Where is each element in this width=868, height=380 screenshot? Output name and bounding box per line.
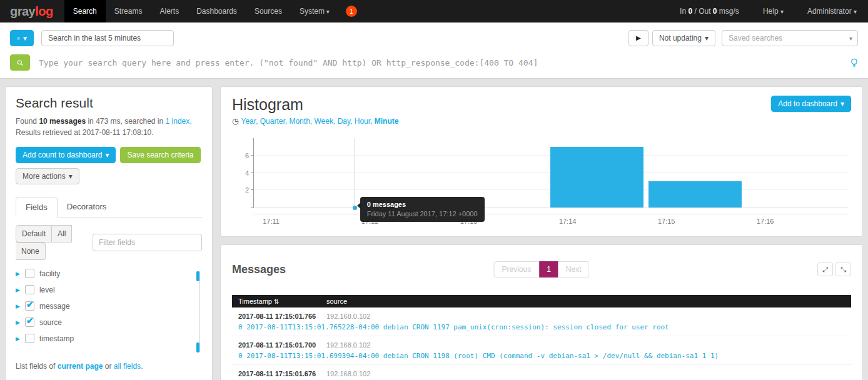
filter-default-button[interactable]: Default (16, 225, 52, 242)
table-row[interactable]: 2017-08-11 17:15:01.700192.168.0.1020 20… (232, 336, 851, 365)
result-summary: Found 10 messages in 473 ms, searched in… (16, 116, 202, 127)
search-query-input[interactable] (38, 58, 843, 68)
pagination: Previous 1 Next (493, 261, 589, 278)
play-icon: ▶ (636, 31, 641, 46)
chevron-right-icon[interactable]: ▶ (16, 336, 20, 342)
throughput-in-value: 0 (688, 7, 692, 16)
search-icon (17, 59, 23, 67)
scrollbar-thumb[interactable] (196, 271, 199, 281)
crosshair-dot (353, 206, 357, 210)
nav-item-system[interactable]: System ▾ (291, 0, 338, 22)
chevron-down-icon: ▾ (705, 31, 709, 46)
table-row[interactable]: 2017-08-11 17:15:01.766192.168.0.1020 20… (232, 308, 851, 336)
field-checkbox-source[interactable] (25, 318, 34, 327)
expand-icon: ⤢ (822, 266, 828, 274)
search-result-sidebar: Search result Found 10 messages in 473 m… (5, 86, 213, 380)
current-page-link[interactable]: current page (58, 362, 103, 371)
found-count: 10 messages (39, 117, 86, 126)
help-menu[interactable]: Help ▾ (763, 7, 784, 16)
resolution-week[interactable]: Week (314, 117, 333, 126)
user-menu[interactable]: Administrator ▾ (807, 7, 857, 16)
x-axis: 17:1117:1217:1317:1417:1517:16 (253, 214, 849, 226)
tab-fields[interactable]: Fields (16, 197, 58, 218)
add-to-dashboard-button[interactable]: Add to dashboard ▾ (771, 96, 851, 112)
expand-all-button[interactable]: ⤢ (817, 262, 833, 276)
timestamp-column-header[interactable]: Timestamp⇅ (238, 298, 326, 305)
chevron-right-icon[interactable]: ▶ (16, 287, 20, 293)
filter-all-button[interactable]: All (52, 225, 72, 242)
chevron-down-icon: ▾ (854, 8, 857, 15)
field-row-timestamp: ▶timestamp (16, 334, 193, 343)
message-timestamp: 2017-08-11 17:15:01.676 (238, 370, 326, 378)
messages-header: Messages Previous 1 Next ⤢ ⤡ (232, 254, 851, 286)
nav-item-alerts[interactable]: Alerts (151, 0, 188, 22)
chevron-down-icon: ▾ (849, 35, 852, 42)
source-column-header[interactable]: source (326, 298, 347, 305)
add-count-to-dashboard-button[interactable]: Add count to dashboard ▾ (16, 147, 116, 163)
histogram-plot[interactable]: 0 messages Friday 11 August 2017, 17:12 … (253, 138, 849, 208)
add-count-label: Add count to dashboard (23, 148, 102, 162)
refresh-label: Not updating (659, 31, 702, 46)
message-text[interactable]: 0 2017-08-11T13:15:01.699394-04:00 debia… (238, 352, 845, 360)
nav-item-streams[interactable]: Streams (106, 0, 151, 22)
field-list-scrollbar[interactable] (199, 271, 200, 352)
sort-icon[interactable]: ⇅ (274, 298, 279, 305)
histogram-bar-17:14[interactable] (550, 147, 643, 208)
save-search-criteria-button[interactable]: Save search criteria (120, 147, 200, 163)
message-text[interactable]: 0 2017-08-11T13:15:01.765228-04:00 debia… (238, 323, 845, 331)
list-fields-mid: or (105, 362, 112, 371)
pagination-next[interactable]: Next (558, 261, 590, 278)
nav-item-dashboards[interactable]: Dashboards (188, 0, 246, 22)
filter-none-button[interactable]: None (16, 242, 46, 260)
field-checkbox-level[interactable] (25, 285, 34, 294)
resolution-minute[interactable]: Minute (375, 117, 399, 126)
nav-item-search[interactable]: Search (64, 0, 106, 22)
all-fields-link[interactable]: all fields (114, 362, 141, 371)
notification-badge[interactable]: 1 (346, 6, 357, 17)
resolution-quarter[interactable]: Quarter (260, 117, 285, 126)
sidebar-tabs: FieldsDecorators (16, 197, 202, 218)
search-submit-button[interactable] (10, 54, 30, 71)
field-label: message (39, 302, 70, 311)
graylog-logo[interactable]: graylog (0, 0, 64, 22)
resolution-day[interactable]: Day (338, 117, 350, 126)
timerange-type-button[interactable]: ▾ (10, 30, 34, 46)
histogram-bar-17:15[interactable] (648, 181, 742, 208)
chevron-down-icon: ▾ (325, 8, 330, 15)
timerange-input[interactable] (41, 30, 174, 46)
found-pre: Found (16, 117, 37, 126)
lightbulb-icon[interactable] (850, 58, 858, 68)
index-link[interactable]: 1 index. (166, 117, 192, 126)
collapse-all-button[interactable]: ⤡ (835, 262, 851, 276)
tab-decorators[interactable]: Decorators (58, 197, 116, 217)
expand-buttons: ⤢ ⤡ (817, 262, 851, 276)
table-row[interactable]: 2017-08-11 17:15:01.676192.168.0.1020 20… (232, 365, 851, 380)
pagination-page-1[interactable]: 1 (539, 261, 558, 278)
chevron-down-icon: ▾ (69, 169, 73, 184)
x-tick-label: 17:16 (757, 218, 774, 225)
chevron-right-icon[interactable]: ▶ (16, 303, 20, 309)
field-checkbox-message[interactable] (25, 301, 34, 311)
scrollbar-thumb[interactable] (196, 342, 199, 352)
messages-panel: Messages Previous 1 Next ⤢ ⤡ Timestamp⇅ … (220, 244, 863, 380)
filter-fields-input[interactable] (93, 234, 202, 251)
field-checkbox-facility[interactable] (25, 269, 34, 278)
saved-searches-select[interactable]: Saved searches ▾ (722, 30, 858, 46)
chevron-right-icon[interactable]: ▶ (16, 319, 20, 326)
chevron-down-icon: ▾ (105, 148, 109, 162)
more-actions-button[interactable]: More actions ▾ (16, 168, 79, 184)
nav-item-sources[interactable]: Sources (246, 0, 291, 22)
save-criteria-label: Save search criteria (127, 148, 193, 162)
pagination-previous[interactable]: Previous (493, 261, 539, 278)
refresh-dropdown-button[interactable]: Not updating ▾ (652, 30, 715, 46)
list-fields-pre: List fields of (16, 362, 55, 371)
throughput-indicator: In 0 / Out 0 msg/s (680, 7, 739, 16)
resolution-year[interactable]: Year (241, 117, 256, 126)
field-row-level: ▶level (16, 285, 193, 294)
field-checkbox-timestamp[interactable] (25, 334, 34, 343)
resolution-hour[interactable]: Hour (355, 117, 370, 126)
chevron-right-icon[interactable]: ▶ (16, 271, 20, 277)
play-button[interactable]: ▶ (628, 30, 648, 46)
resolution-month[interactable]: Month (289, 117, 310, 126)
nav-items: SearchStreamsAlertsDashboardsSourcesSyst… (64, 0, 338, 22)
